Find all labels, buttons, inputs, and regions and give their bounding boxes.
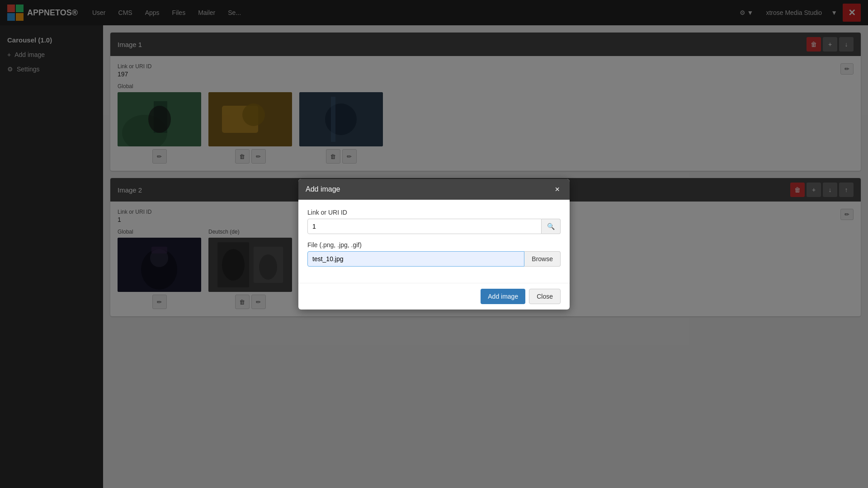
add-image-modal: Add image × Link or URI ID 🔍 File (.png,…	[298, 179, 570, 310]
link-input-group: 🔍	[307, 219, 561, 234]
link-label: Link or URI ID	[307, 209, 561, 216]
add-image-submit-button[interactable]: Add image	[481, 289, 525, 304]
modal-title: Add image	[306, 185, 340, 193]
file-label: File (.png, .jpg, .gif)	[307, 241, 561, 249]
modal-header: Add image ×	[298, 179, 570, 200]
browse-button[interactable]: Browse	[524, 251, 561, 267]
link-search-button[interactable]: 🔍	[542, 219, 561, 234]
search-icon: 🔍	[547, 223, 555, 230]
modal-close-button[interactable]: ×	[552, 184, 562, 194]
modal-footer: Add image Close	[298, 283, 570, 310]
modal-overlay[interactable]: Add image × Link or URI ID 🔍 File (.png,…	[0, 0, 868, 488]
file-input[interactable]	[307, 251, 524, 267]
modal-body: Link or URI ID 🔍 File (.png, .jpg, .gif)…	[298, 200, 570, 283]
link-form-group: Link or URI ID 🔍	[307, 209, 561, 234]
link-input[interactable]	[307, 219, 542, 234]
close-modal-button[interactable]: Close	[529, 289, 561, 304]
file-form-group: File (.png, .jpg, .gif) Browse	[307, 241, 561, 267]
file-input-group: Browse	[307, 251, 561, 267]
